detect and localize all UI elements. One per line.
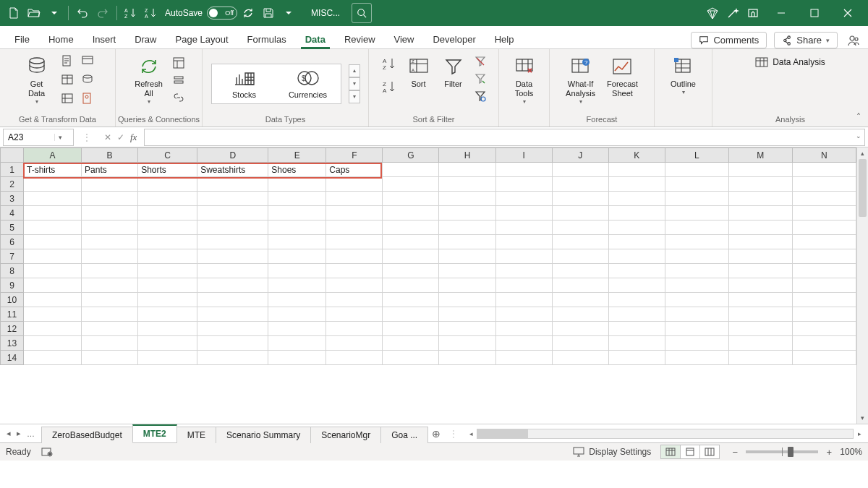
accept-formula-icon[interactable]: ✓: [117, 132, 124, 142]
cell[interactable]: [728, 221, 792, 235]
cell[interactable]: [197, 221, 268, 235]
cell[interactable]: [24, 192, 82, 206]
autosave-control[interactable]: AutoSave Off: [165, 7, 237, 20]
row-header[interactable]: 6: [1, 235, 24, 249]
scroll-track[interactable]: [857, 159, 868, 412]
cell[interactable]: [24, 206, 82, 221]
undo-icon[interactable]: [73, 4, 92, 22]
cell[interactable]: [495, 336, 552, 351]
cell[interactable]: [82, 206, 138, 221]
cell[interactable]: [552, 336, 608, 351]
cell[interactable]: [495, 206, 552, 221]
cell[interactable]: [82, 322, 138, 336]
row-header[interactable]: 12: [1, 322, 24, 336]
cell[interactable]: [138, 235, 197, 249]
sheet-tab[interactable]: Scenario Summary: [216, 427, 311, 443]
cell[interactable]: [665, 293, 728, 307]
col-header[interactable]: B: [82, 148, 138, 163]
cell[interactable]: [383, 322, 439, 336]
col-header[interactable]: M: [728, 148, 792, 163]
cell[interactable]: [268, 336, 326, 351]
cell[interactable]: [383, 235, 439, 249]
sort-asc-button[interactable]: AZ: [380, 55, 400, 72]
cell[interactable]: [792, 177, 856, 192]
cell[interactable]: [552, 293, 608, 307]
cell[interactable]: [608, 351, 665, 365]
cell[interactable]: [665, 235, 728, 249]
cell[interactable]: [383, 336, 439, 351]
cell[interactable]: [268, 249, 326, 264]
cell[interactable]: [792, 264, 856, 278]
forecast-sheet-button[interactable]: Forecast Sheet: [603, 52, 642, 101]
cell[interactable]: [268, 221, 326, 235]
cell[interactable]: [439, 322, 495, 336]
scroll-thumb[interactable]: [859, 159, 867, 217]
cell[interactable]: [326, 336, 383, 351]
cell[interactable]: [268, 351, 326, 365]
cell[interactable]: [138, 336, 197, 351]
cell[interactable]: [608, 235, 665, 249]
cell[interactable]: [138, 192, 197, 206]
col-header[interactable]: K: [608, 148, 665, 163]
cell[interactable]: [383, 293, 439, 307]
recent-sources-icon[interactable]: [78, 71, 97, 88]
cell[interactable]: [383, 249, 439, 264]
cell[interactable]: [268, 293, 326, 307]
cell[interactable]: [268, 264, 326, 278]
tab-formulas[interactable]: Formulas: [239, 30, 295, 48]
cancel-formula-icon[interactable]: ✕: [104, 132, 111, 142]
cell[interactable]: [383, 177, 439, 192]
open-file-icon[interactable]: [25, 4, 43, 22]
cell[interactable]: [138, 278, 197, 293]
cell[interactable]: [495, 307, 552, 322]
cell[interactable]: [82, 351, 138, 365]
cell[interactable]: [728, 235, 792, 249]
qat-dropdown-1[interactable]: [45, 4, 64, 22]
tab-data[interactable]: Data: [297, 30, 334, 48]
col-header[interactable]: I: [495, 148, 552, 163]
cell[interactable]: [326, 235, 383, 249]
cell[interactable]: [439, 264, 495, 278]
sheet-tab[interactable]: MTE: [176, 427, 216, 443]
cell[interactable]: [608, 192, 665, 206]
cell[interactable]: [24, 177, 82, 192]
cell[interactable]: [268, 177, 326, 192]
cell[interactable]: [24, 249, 82, 264]
cell[interactable]: [268, 278, 326, 293]
from-web-icon[interactable]: [78, 52, 97, 69]
zoom-knob[interactable]: [788, 447, 793, 457]
spreadsheet-grid[interactable]: A B C D E F G H I J K L M N 1 T-shirts P…: [0, 147, 856, 365]
cell[interactable]: [326, 278, 383, 293]
get-data-button[interactable]: Get Data ▾: [19, 52, 55, 108]
cell[interactable]: [383, 221, 439, 235]
properties-icon[interactable]: [170, 72, 187, 88]
cell[interactable]: [383, 307, 439, 322]
cell[interactable]: [439, 351, 495, 365]
cell[interactable]: [792, 163, 856, 177]
cell[interactable]: [792, 206, 856, 221]
cell[interactable]: [728, 206, 792, 221]
zoom-level[interactable]: 100%: [840, 447, 862, 457]
name-box[interactable]: ▾: [3, 129, 74, 146]
row-header[interactable]: 7: [1, 249, 24, 264]
cell[interactable]: [792, 278, 856, 293]
cell[interactable]: [608, 264, 665, 278]
row-header[interactable]: 14: [1, 351, 24, 365]
row-header[interactable]: 8: [1, 264, 24, 278]
cell[interactable]: [792, 192, 856, 206]
sync-icon[interactable]: [239, 4, 258, 22]
stocks-type[interactable]: Stocks: [219, 69, 270, 99]
tab-page-layout[interactable]: Page Layout: [167, 30, 237, 48]
grid-body[interactable]: A B C D E F G H I J K L M N 1 T-shirts P…: [0, 147, 856, 424]
cell[interactable]: [728, 293, 792, 307]
cell[interactable]: [608, 278, 665, 293]
cell[interactable]: [665, 322, 728, 336]
cell[interactable]: [197, 192, 268, 206]
cell[interactable]: [552, 163, 608, 177]
cell[interactable]: [439, 336, 495, 351]
cell[interactable]: [665, 264, 728, 278]
sheet-tab[interactable]: ZeroBasedBudget: [41, 427, 133, 443]
cell[interactable]: [197, 264, 268, 278]
data-types-gallery[interactable]: Stocks $ Currencies: [211, 64, 341, 104]
gallery-more[interactable]: ▾: [349, 90, 360, 103]
